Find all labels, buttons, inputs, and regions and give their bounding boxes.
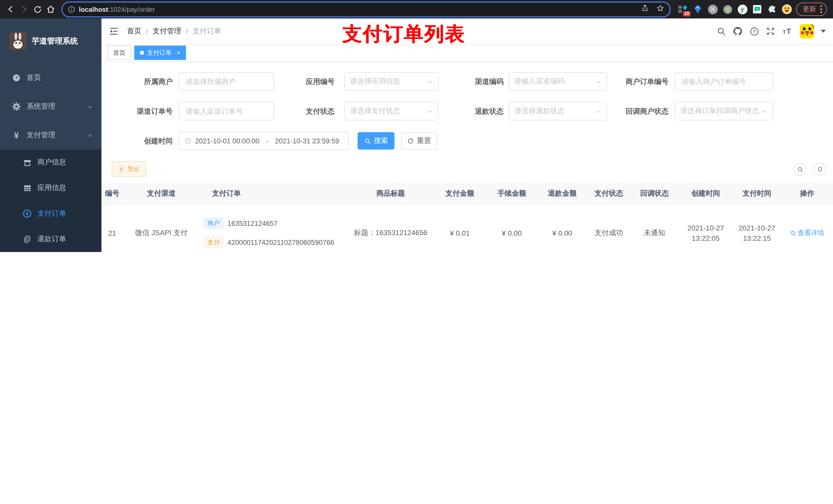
github-button[interactable] [733, 26, 743, 37]
merchant-order-no-input[interactable] [675, 72, 773, 91]
sidebar-item-label: 支付管理 [27, 130, 55, 140]
home-button[interactable] [44, 3, 57, 16]
col-header: 支付状态 [588, 189, 630, 198]
address-bar[interactable]: localhost:1024/pay/order [62, 1, 671, 17]
clock-icon [185, 137, 192, 144]
reload-icon [33, 5, 42, 14]
date-end[interactable]: 2021-10-31 23:59:59 [275, 137, 339, 145]
extension-kite-icon[interactable] [693, 4, 703, 14]
col-header: 手续金额 [487, 189, 537, 198]
home-icon [46, 5, 55, 14]
payment-submenu: 商户信息 应用信息 ¥ 支付订单 [0, 149, 101, 252]
sidebar-item-label: 系统管理 [27, 102, 55, 111]
sidebar-item-system[interactable]: 系统管理 [0, 92, 101, 121]
extensions-area: 10 ⌘ y [678, 4, 792, 14]
svg-text:T: T [783, 29, 786, 35]
svg-text:T: T [787, 27, 791, 35]
merchant-order-input[interactable] [680, 77, 767, 86]
sidebar-item-home[interactable]: 首页 [0, 64, 101, 92]
back-button[interactable] [4, 3, 18, 16]
app-logo[interactable]: 芋道管理系统 [0, 19, 101, 64]
cell-action: 查看详情 [781, 228, 833, 237]
browser-toolbar: localhost:1024/pay/order 10 ⌘ y [0, 0, 833, 19]
export-button[interactable]: 导出 [112, 161, 146, 177]
profile-emoji-icon[interactable] [782, 4, 792, 14]
filter-label: 渠道编码 [424, 72, 504, 91]
cell-pay-status: 支付成功 [588, 228, 630, 237]
caret-down-icon [821, 29, 826, 33]
filter-label: 退款状态 [424, 102, 504, 120]
select-placeholder: 请输入渠道编码 [514, 77, 594, 86]
sidebar-item-label: 支付订单 [38, 209, 66, 218]
title-value: 1635312124656 [376, 228, 427, 236]
date-separator: - [266, 137, 268, 145]
user-menu-caret[interactable] [821, 29, 826, 33]
back-icon [9, 7, 12, 12]
reload-button[interactable] [31, 3, 44, 16]
svg-text:¥: ¥ [26, 211, 28, 216]
reset-button-label: 重置 [417, 136, 431, 145]
search-icon [790, 230, 796, 236]
extension-recorder-icon[interactable] [722, 4, 733, 14]
filter-label: 所属商户 [101, 72, 173, 91]
search-button-label: 搜索 [374, 136, 388, 145]
date-start[interactable]: 2021-10-01 00:00:00 [195, 137, 260, 145]
filter-label: 创建时间 [101, 131, 173, 150]
filter-label: 支付状态 [255, 102, 335, 120]
browser-update-button[interactable]: 更新 [796, 3, 827, 16]
breadcrumb-home[interactable]: 首页 [127, 27, 141, 36]
sidebar-item-refund-order[interactable]: 退款订单 [0, 226, 101, 252]
view-detail-link[interactable]: 查看详情 [790, 228, 824, 237]
pay-order-no: 4200001174202110278060590766 [228, 238, 334, 246]
sidebar-item-pay-order[interactable]: ¥ 支付订单 [0, 201, 101, 226]
more-menu-icon [820, 5, 822, 13]
user-avatar[interactable] [800, 24, 814, 39]
create-time-range-picker[interactable]: 2021-10-01 00:00:00 - 2021-10-31 23:59:5… [179, 131, 349, 150]
extension-y-icon[interactable]: y [737, 4, 747, 14]
font-size-button[interactable]: TT [782, 27, 793, 36]
refresh-table-button[interactable] [813, 163, 826, 176]
sidebar-item-app-info[interactable]: 应用信息 [0, 175, 101, 201]
tag-home[interactable]: 首页 [108, 46, 131, 60]
table-header: 编号 支付渠道 支付订单 商品标题 支付金额 手续金额 退款金额 支付状态 回调… [101, 183, 833, 205]
help-button[interactable]: ? [749, 26, 759, 36]
cell-title: 标题：1635312124656 [348, 228, 433, 237]
forward-button[interactable] [18, 3, 31, 16]
download-icon [118, 166, 124, 172]
top-navbar: 首页 / 支付管理 / 支付订单 支付订单列表 ? [101, 19, 833, 44]
gear-icon [11, 102, 22, 111]
page-content: 所属商户 应用编号 请选择应用信息 渠道编码 请输入渠道编码 商户订单编号 [101, 62, 833, 252]
fullscreen-button[interactable] [766, 27, 775, 36]
forward-icon [23, 7, 26, 12]
col-header: 商品标题 [348, 189, 433, 198]
tag-pay-order[interactable]: 支付订单 × [134, 46, 186, 60]
sidebar-item-label: 首页 [27, 73, 41, 82]
filter-label: 渠道订单号 [101, 102, 173, 120]
cell-notify-status: 未通知 [630, 228, 679, 237]
github-icon [733, 26, 743, 37]
show-search-toggle-button[interactable] [793, 163, 806, 176]
extensions-puzzle-icon[interactable] [767, 4, 777, 14]
url-text[interactable]: localhost:1024/pay/order [79, 5, 634, 13]
search-button[interactable]: 搜索 [358, 132, 395, 149]
extension-chat-icon[interactable] [752, 4, 762, 14]
notify-status-select[interactable]: 请选择订单回调商户状态 [675, 102, 773, 120]
filter-label: 应用编号 [255, 72, 335, 91]
sidebar-item-merchant-info[interactable]: 商户信息 [0, 149, 101, 175]
refresh-icon [817, 166, 823, 172]
col-header: 支付渠道 [123, 189, 200, 198]
extension-command-icon[interactable]: ⌘ [708, 4, 718, 14]
chevron-up-icon [87, 132, 93, 140]
col-header: 创建时间 [679, 189, 733, 198]
active-dot [140, 51, 144, 55]
reset-button[interactable]: 重置 [401, 132, 437, 149]
breadcrumb-section[interactable]: 支付管理 [153, 27, 181, 36]
extension-tampermonkey-icon[interactable]: 10 [678, 4, 688, 14]
breadcrumb: 首页 / 支付管理 / 支付订单 [127, 27, 221, 36]
bookmark-star-button[interactable] [656, 4, 664, 14]
sidebar-item-payment[interactable]: ¥ 支付管理 [0, 121, 101, 149]
share-button[interactable] [641, 4, 649, 14]
tag-close-icon[interactable]: × [177, 50, 180, 56]
header-search-button[interactable] [717, 27, 726, 36]
collapse-sidebar-button[interactable] [109, 26, 119, 37]
